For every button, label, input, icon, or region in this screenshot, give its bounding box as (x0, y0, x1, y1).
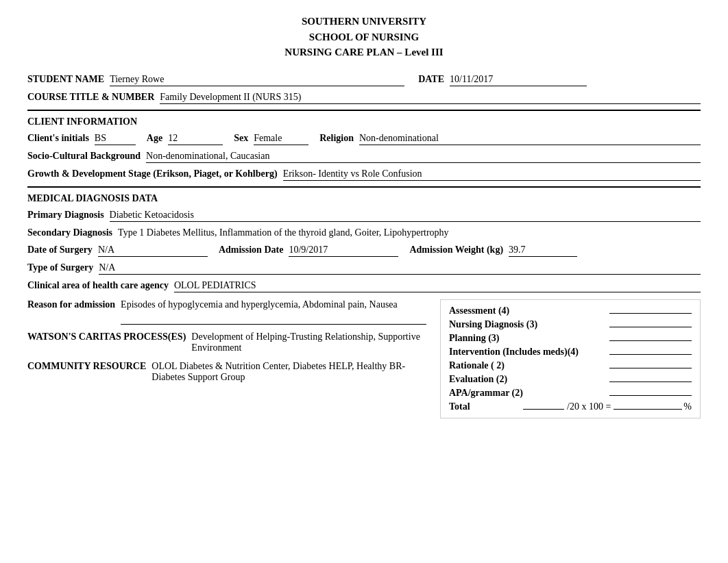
date-label: DATE (418, 74, 444, 85)
religion-value: Non-denominational (359, 133, 439, 143)
reason-label: Reason for admission (27, 299, 115, 310)
community-label: COMMUNITY RESOURCE (27, 361, 146, 372)
course-row: COURSE TITLE & NUMBER Family Development… (27, 92, 701, 104)
student-name-value: Tierney Rowe (110, 74, 164, 84)
admission-date-label: Admission Date (219, 245, 284, 255)
nursing-dx-score-value (609, 327, 692, 327)
evaluation-score-value (609, 381, 692, 382)
total-pct: % (683, 401, 692, 412)
secondary-dx-label: Secondary Diagnosis (27, 227, 112, 238)
header-line3: NURSING CARE PLAN – Level III (27, 45, 701, 60)
evaluation-score-label: Evaluation (2) (449, 374, 609, 385)
header-line2: SCHOOL OF NURSING (27, 29, 701, 45)
total-score-row: Total /20 x 100 = % (449, 401, 692, 412)
total-denom: /20 x 100 = (567, 401, 611, 412)
total-score-blank (614, 409, 682, 410)
primary-dx-row: Primary Diagnosis Diabetic Ketoacidosis (27, 210, 701, 222)
watson-row: WATSON'S CARITAS PROCESS(ES) Development… (27, 331, 426, 354)
rationale-score-label: Rationale ( 2) (449, 360, 609, 371)
student-row: STUDENT NAME Tierney Rowe DATE 10/11/201… (27, 74, 701, 86)
sex-value: Female (254, 133, 282, 143)
age-value: 12 (168, 133, 178, 143)
medical-title: MEDICAL DIAGNOSIS DATA (27, 193, 701, 204)
surgery-admission-row: Date of Surgery N/A Admission Date 10/9/… (27, 245, 701, 257)
nursing-dx-score-label: Nursing Diagnosis (3) (449, 319, 609, 330)
primary-dx-label: Primary Diagnosis (27, 210, 104, 221)
clinical-area-value: OLOL PEDIATRICS (174, 280, 256, 290)
primary-dx-value: Diabetic Ketoacidosis (110, 210, 194, 220)
left-column: Reason for admission Episodes of hypogly… (27, 299, 426, 418)
rationale-score-value (609, 368, 692, 368)
admission-weight-value: 39.7 (509, 245, 526, 255)
watson-value: Development of Helping-Trusting Relation… (191, 331, 420, 353)
planning-score-value (609, 340, 692, 341)
sociocultural-label: Socio-Cultural Background (27, 151, 141, 162)
course-label: COURSE TITLE & NUMBER (27, 92, 154, 103)
page-header: SOUTHERN UNIVERSITY SCHOOL OF NURSING NU… (27, 14, 701, 60)
admission-date-value: 10/9/2017 (289, 245, 328, 255)
reason-value: Episodes of hypoglycemia and hyperglycem… (121, 299, 398, 310)
sociocultural-value: Non-denominational, Caucasian (146, 151, 269, 161)
date-value: 10/11/2017 (450, 74, 493, 84)
growth-value: Erikson- Identity vs Role Confusion (283, 168, 422, 179)
surgery-type-row: Type of Surgery N/A (27, 262, 701, 275)
bottom-section: Reason for admission Episodes of hypogly… (27, 299, 701, 418)
assessment-score-label: Assessment (4) (449, 305, 609, 316)
assessment-score-row: Assessment (4) (449, 305, 692, 316)
client-details-row: Client's initials BS Age 12 Sex Female R… (27, 133, 701, 145)
sex-label: Sex (234, 133, 248, 144)
student-name-label: STUDENT NAME (27, 74, 104, 85)
sociocultural-row: Socio-Cultural Background Non-denominati… (27, 151, 701, 163)
assessment-score-value (609, 313, 692, 314)
surgery-type-value: N/A (99, 262, 115, 273)
apa-score-value (609, 395, 692, 396)
planning-score-label: Planning (3) (449, 333, 609, 344)
growth-row: Growth & Development Stage (Erikson, Pia… (27, 168, 701, 181)
reason-row: Reason for admission Episodes of hypogly… (27, 299, 426, 325)
growth-label: Growth & Development Stage (Erikson, Pia… (27, 168, 278, 179)
clinical-area-label: Clinical area of health care agency (27, 280, 169, 291)
course-value: Family Development II (NURS 315) (160, 92, 301, 102)
total-score-label: Total (449, 401, 523, 412)
nursing-dx-score-row: Nursing Diagnosis (3) (449, 319, 692, 330)
scoring-box: Assessment (4) Nursing Diagnosis (3) Pla… (440, 299, 701, 418)
watson-label: WATSON'S CARITAS PROCESS(ES) (27, 331, 186, 342)
age-label: Age (147, 133, 162, 144)
initials-label: Client's initials (27, 133, 89, 144)
planning-score-row: Planning (3) (449, 333, 692, 344)
surgery-date-value: N/A (98, 245, 114, 255)
secondary-dx-value: Type 1 Diabetes Mellitus, Inflammation o… (118, 227, 449, 238)
divider1 (27, 110, 701, 111)
evaluation-score-row: Evaluation (2) (449, 374, 692, 385)
divider2 (27, 186, 701, 188)
clinical-area-row: Clinical area of health care agency OLOL… (27, 280, 701, 292)
intervention-score-value (609, 354, 692, 355)
intervention-score-label: Intervention (Includes meds)(4) (449, 347, 609, 358)
surgery-date-label: Date of Surgery (27, 245, 93, 255)
client-info-title: CLIENT INFORMATION (27, 116, 701, 127)
admission-weight-label: Admission Weight (kg) (409, 245, 503, 255)
rationale-score-row: Rationale ( 2) (449, 360, 692, 371)
total-blank (523, 409, 564, 410)
community-row: COMMUNITY RESOURCE OLOL Diabetes & Nutri… (27, 361, 426, 383)
intervention-score-row: Intervention (Includes meds)(4) (449, 347, 692, 358)
header-line1: SOUTHERN UNIVERSITY (27, 14, 701, 29)
secondary-dx-row: Secondary Diagnosis Type 1 Diabetes Mell… (27, 227, 701, 239)
apa-score-label: APA/grammar (2) (449, 388, 609, 399)
surgery-type-label: Type of Surgery (27, 262, 93, 273)
community-value: OLOL Diabetes & Nutrition Center, Diabet… (151, 361, 405, 382)
religion-label: Religion (319, 133, 354, 144)
apa-score-row: APA/grammar (2) (449, 388, 692, 399)
initials-value: BS (95, 133, 106, 143)
